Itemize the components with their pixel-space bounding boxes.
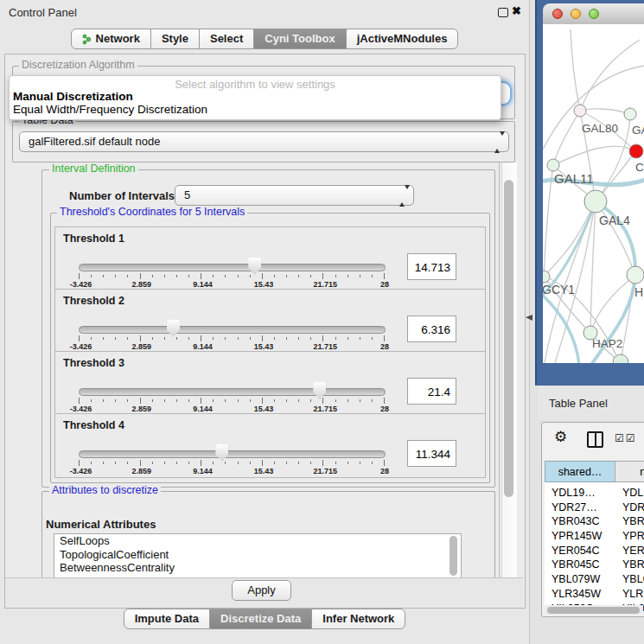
slider-tick bbox=[213, 337, 214, 340]
table-row[interactable]: YBR043CYBR0 bbox=[545, 514, 644, 529]
zoom-traffic-light-icon[interactable] bbox=[589, 9, 599, 19]
cell-name[interactable]: YPR1 bbox=[615, 529, 644, 544]
menu-item-equal-width-frequency[interactable]: Equal Width/Frequency Discretization bbox=[13, 103, 207, 116]
close-icon[interactable]: ✖ bbox=[512, 4, 521, 17]
cell-name[interactable]: YBR0 bbox=[615, 514, 644, 529]
cell-name[interactable]: YLR3 bbox=[615, 587, 644, 602]
close-traffic-light-icon[interactable] bbox=[552, 9, 563, 19]
network-node[interactable] bbox=[629, 144, 643, 158]
slider-tick bbox=[348, 399, 348, 402]
cell-name[interactable]: YER0 bbox=[615, 544, 644, 558]
checkbox-icons[interactable]: ☑☑ bbox=[615, 432, 637, 444]
network-edge[interactable] bbox=[544, 202, 595, 277]
cell-shared-name[interactable]: YBL079W bbox=[545, 572, 615, 587]
tab-style[interactable]: Style bbox=[150, 29, 200, 49]
cell-shared-name[interactable]: YPR145W bbox=[545, 529, 615, 544]
cell-shared-name[interactable]: YDL19… bbox=[545, 486, 615, 501]
slider-track[interactable] bbox=[79, 450, 386, 458]
network-edge[interactable] bbox=[580, 40, 640, 111]
network-node-label: GCY1 bbox=[543, 283, 575, 296]
slider-track[interactable] bbox=[79, 388, 386, 396]
tick-label: 2.859 bbox=[132, 467, 152, 475]
network-node[interactable] bbox=[613, 354, 628, 363]
attribute-list-item[interactable]: SelfLoops bbox=[54, 534, 461, 548]
table-data-combobox[interactable]: galFiltered.sif default node bbox=[19, 131, 509, 152]
table-row[interactable]: YER054CYER0 bbox=[545, 544, 644, 558]
slider-track[interactable] bbox=[79, 264, 386, 271]
network-edge[interactable] bbox=[580, 109, 630, 114]
slider-thumb[interactable] bbox=[167, 320, 180, 337]
table-row[interactable]: YBL079WYBL0 bbox=[545, 572, 644, 587]
cell-shared-name[interactable]: YER054C bbox=[545, 544, 615, 558]
cell-name[interactable]: YBR0 bbox=[615, 558, 644, 572]
slider-tick bbox=[238, 275, 239, 277]
tab-select[interactable]: Select bbox=[199, 29, 254, 49]
node-table[interactable]: shared… name YDL19…YDL1YDR27…YDR2YBR043C… bbox=[545, 461, 644, 612]
column-header-name[interactable]: name bbox=[615, 461, 644, 482]
cell-name[interactable]: YBL0 bbox=[615, 572, 644, 587]
float-window-icon[interactable] bbox=[498, 8, 508, 17]
cell-name[interactable]: YDL1 bbox=[615, 486, 644, 501]
threshold-row: Threshold 3 -3.4262.8599.14415.4321.7152… bbox=[54, 351, 486, 416]
cell-shared-name[interactable]: YBR045C bbox=[545, 558, 615, 572]
tab-jactivemnodules[interactable]: jActiveMNodules bbox=[346, 29, 459, 49]
tab-cyni-toolbox[interactable]: Cyni Toolbox bbox=[253, 29, 346, 49]
tab-label: Infer Network bbox=[322, 609, 394, 628]
vertical-scrollbar-thumb[interactable] bbox=[504, 180, 513, 497]
tab-discretize-data[interactable]: Discretize Data bbox=[209, 609, 312, 629]
tab-network[interactable]: Network bbox=[71, 29, 151, 49]
table-row[interactable]: YDL19…YDL1 bbox=[545, 486, 644, 501]
number-of-intervals-combobox[interactable]: 5 bbox=[175, 185, 414, 206]
network-edge[interactable] bbox=[590, 202, 596, 332]
table-row[interactable]: YLR345WYLR3 bbox=[545, 587, 644, 602]
tab-label: jActiveMNodules bbox=[357, 29, 448, 48]
slider-tick bbox=[262, 398, 263, 404]
network-node[interactable] bbox=[543, 271, 550, 283]
attribute-list-item[interactable]: TopologicalCoefficient bbox=[54, 548, 461, 562]
tick-label: 15.43 bbox=[254, 405, 274, 413]
threshold-value-field[interactable]: 21.4 bbox=[407, 378, 456, 405]
cell-shared-name[interactable]: YBR043C bbox=[545, 514, 615, 529]
network-edge[interactable] bbox=[553, 146, 635, 165]
slider-tick bbox=[201, 398, 201, 404]
network-node[interactable] bbox=[547, 159, 559, 171]
table-row[interactable]: YBR045CYBR0 bbox=[545, 558, 644, 572]
tab-infer-network[interactable]: Infer Network bbox=[311, 609, 405, 629]
attribute-list-item[interactable]: BetweennessCentrality bbox=[54, 561, 461, 575]
column-header-shared[interactable]: shared… bbox=[545, 461, 615, 482]
table-row[interactable]: YDR27…YDR2 bbox=[545, 501, 644, 515]
network-canvas[interactable]: GAL80GACGAL11GAL4GCY1HHAP2 bbox=[543, 24, 644, 363]
split-columns-icon[interactable] bbox=[587, 431, 603, 448]
slider-thumb[interactable] bbox=[313, 382, 326, 399]
network-edge[interactable] bbox=[543, 66, 644, 150]
tick-label: 21.715 bbox=[313, 405, 337, 413]
slider-tick bbox=[79, 335, 80, 341]
threshold-value-field[interactable]: 6.316 bbox=[407, 316, 456, 342]
menu-item-manual-discretization[interactable]: Manual Discretization bbox=[13, 90, 133, 103]
threshold-value-field[interactable]: 14.713 bbox=[407, 253, 456, 280]
network-edge[interactable] bbox=[571, 29, 580, 111]
slider-tick bbox=[103, 275, 104, 277]
slider-tick bbox=[140, 335, 141, 341]
horizontal-scrollbar-thumb[interactable] bbox=[547, 607, 640, 614]
network-edge[interactable] bbox=[553, 111, 580, 165]
network-node[interactable] bbox=[574, 105, 586, 117]
table-row[interactable]: YPR145WYPR1 bbox=[545, 529, 644, 544]
apply-button[interactable]: Apply bbox=[232, 580, 291, 601]
tab-impute-data[interactable]: Impute Data bbox=[124, 609, 210, 629]
slider-thumb[interactable] bbox=[248, 258, 261, 275]
cell-shared-name[interactable]: YDR27… bbox=[545, 501, 615, 515]
cell-shared-name[interactable]: YLR345W bbox=[545, 587, 615, 602]
slider-thumb[interactable] bbox=[215, 444, 228, 462]
threshold-value-field[interactable]: 11.344 bbox=[407, 440, 456, 467]
minimize-traffic-light-icon[interactable] bbox=[571, 9, 581, 19]
gear-icon[interactable]: ⚙ bbox=[554, 428, 567, 446]
network-node[interactable] bbox=[584, 190, 607, 213]
network-node[interactable] bbox=[627, 266, 644, 284]
numerical-attributes-list[interactable]: SelfLoopsTopologicalCoefficientBetweenne… bbox=[54, 533, 462, 579]
slider-tick bbox=[238, 399, 239, 402]
network-node[interactable] bbox=[624, 108, 636, 120]
cell-name[interactable]: YDR2 bbox=[615, 501, 644, 515]
list-scrollbar-thumb[interactable] bbox=[450, 536, 457, 576]
slider-track[interactable] bbox=[79, 326, 386, 334]
